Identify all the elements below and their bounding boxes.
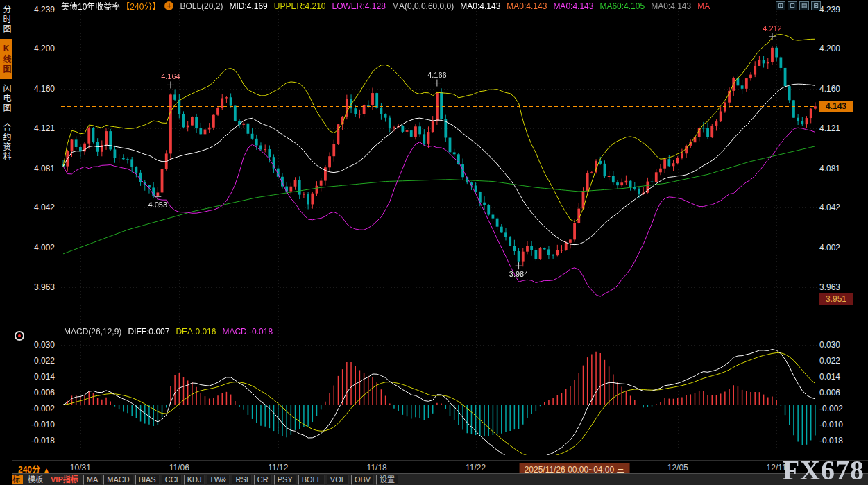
time-tick-label: 11/22 xyxy=(466,463,486,473)
toolbar-button-16[interactable]: 设置 xyxy=(376,475,398,485)
price-tick-label: 4.042 xyxy=(34,203,55,212)
macd-tick-label: 0.030 xyxy=(819,340,840,350)
toolbar-button-8[interactable]: KDJ xyxy=(184,475,205,485)
low-price-tag: 3.951 xyxy=(819,293,853,305)
indicator-value: MA0:4.143 xyxy=(460,1,500,11)
toolbar-button-4[interactable]: MA xyxy=(83,475,102,485)
sidebar-item-3[interactable]: 闪电图 xyxy=(0,79,12,118)
toolbar-button-14[interactable]: VOL xyxy=(327,475,349,485)
price-tick-label: 4.002 xyxy=(34,243,55,253)
current-price-tag: 4.143 xyxy=(819,101,853,112)
time-tick-label: 11/12 xyxy=(268,463,288,473)
macd-tick-label: 0.022 xyxy=(819,356,840,366)
macd-value: DIFF:0.007 xyxy=(128,327,169,337)
time-axis: 240分▲ 10/3111/0611/1211/1811/222025/11/2… xyxy=(0,460,868,473)
indicator-value: BOLL(20,2) xyxy=(180,1,223,11)
sidebar-item-1[interactable]: 分时图 xyxy=(0,0,12,39)
top-bar: 美债10年收益率 【240分】 + BOLL(20,2)MID:4.169UPP… xyxy=(61,1,716,11)
expand-window-icon[interactable]: ⊠ xyxy=(811,1,821,10)
price-tick-label: 4.239 xyxy=(819,5,840,15)
macd-tick-label: 0.014 xyxy=(34,372,55,382)
toolbar-button-6[interactable]: BIAS xyxy=(135,475,160,485)
macd-value: MACD(26,12,9) xyxy=(64,327,121,337)
price-tick-label: 3.963 xyxy=(819,282,840,292)
macd-tick-label: -0.010 xyxy=(31,420,55,429)
sidebar-item-4[interactable]: 合约资料 xyxy=(0,118,12,167)
record-icon[interactable] xyxy=(15,331,24,341)
price-tick-label: 4.200 xyxy=(819,44,840,53)
macd-tick-label: -0.002 xyxy=(819,404,843,414)
indicator-value: MA0:4.143 xyxy=(553,1,593,11)
candlestick-chart[interactable] xyxy=(61,0,817,459)
indicator-value: MID:4.169 xyxy=(229,1,267,11)
time-tick-label: 10/31 xyxy=(70,463,91,473)
time-tick-label: 11/18 xyxy=(367,463,387,473)
price-axis-right: 4.143 3.951 4.2394.2004.1604.1214.0814.0… xyxy=(819,0,868,459)
indicator-readout: BOLL(20,2)MID:4.169UPPER:4.210LOWER:4.12… xyxy=(180,1,716,11)
multi-window-icon[interactable]: ⊞ xyxy=(776,1,785,10)
watermark: FX678 xyxy=(783,457,865,484)
price-tick-label: 4.239 xyxy=(34,5,55,15)
indicator-value: MA0:4.143 xyxy=(507,1,547,11)
price-tick-label: 4.121 xyxy=(819,124,840,133)
toolbar-button-3[interactable]: VIP指标 xyxy=(48,475,81,484)
rows-window-icon[interactable]: ▤ xyxy=(799,1,809,10)
macd-tick-label: -0.002 xyxy=(31,404,55,414)
indicator-value: MA60:4.105 xyxy=(599,1,645,11)
price-tick-label: 4.081 xyxy=(34,164,55,173)
macd-tick-label: -0.010 xyxy=(819,420,843,429)
toolbar-button-10[interactable]: RSI xyxy=(232,475,251,485)
toolbar-button-13[interactable]: BOLL xyxy=(298,475,325,485)
toolbar-button-5[interactable]: MACD xyxy=(103,475,133,485)
price-tick-label: 3.963 xyxy=(34,282,55,292)
macd-tick-label: 0.006 xyxy=(819,388,840,398)
time-tick-label: 12/05 xyxy=(667,463,688,473)
price-tick-label: 4.002 xyxy=(819,243,840,253)
chart-window: 分时图K线图闪电图合约资料 美债10年收益率 【240分】 + BOLL(20,… xyxy=(0,0,868,485)
price-tick-label: 4.081 xyxy=(819,164,840,173)
indicator-value: MA xyxy=(697,1,710,11)
macd-tick-label: 0.014 xyxy=(819,372,840,382)
price-tick-label: 4.121 xyxy=(34,124,55,133)
left-sidebar: 分时图K线图闪电图合约资料 xyxy=(0,0,12,485)
toolbar-button-9[interactable]: LW& xyxy=(207,475,230,485)
price-tick-label: 4.160 xyxy=(34,84,55,94)
price-tick-label: 4.200 xyxy=(34,44,55,53)
macd-tick-label: 0.022 xyxy=(34,356,55,366)
indicator-value: UPPER:4.210 xyxy=(274,1,326,11)
macd-value: MACD:-0.018 xyxy=(222,327,273,337)
toolbar-button-12[interactable]: PSY xyxy=(274,475,296,485)
indicator-value: MA0:4.143 xyxy=(651,1,691,11)
time-tick-label: 11/06 xyxy=(169,463,189,473)
macd-value: DEA:0.016 xyxy=(176,327,216,337)
price-tick-label: 4.160 xyxy=(819,84,840,94)
toolbar-button-11[interactable]: CR xyxy=(254,475,272,485)
price-tick-label: 4.042 xyxy=(819,203,840,212)
sidebar-item-2[interactable]: K线图 xyxy=(0,39,12,79)
indicator-value: LOWER:4.128 xyxy=(332,1,386,11)
macd-tick-label: -0.018 xyxy=(819,436,843,445)
toolbar-button-2[interactable]: 模板 xyxy=(25,475,46,484)
macd-readout: MACD(26,12,9)DIFF:0.007DEA:0.016MACD:-0.… xyxy=(64,327,279,337)
window-layout-icons: ⊞⊟▤⊠ xyxy=(776,1,821,10)
macd-tick-label: 0.030 xyxy=(34,340,55,350)
toolbar-button-7[interactable]: CCI xyxy=(162,475,182,485)
macd-tick-label: -0.018 xyxy=(31,436,55,445)
single-window-icon[interactable]: ⊟ xyxy=(788,1,797,10)
plus-circle-icon[interactable]: + xyxy=(164,1,173,10)
period-label: 【240分】 xyxy=(121,0,160,12)
indicator-value: MA(0,0,0,60,0,0) xyxy=(392,1,454,11)
macd-tick-label: 0.006 xyxy=(34,388,55,398)
toolbar-button-15[interactable]: OBV xyxy=(351,475,374,485)
bottom-toolbar: 指标模板VIP指标MAMACDBIASCCIKDJLW&RSICRPSYBOLL… xyxy=(0,473,868,485)
instrument-title: 美债10年收益率 xyxy=(61,0,120,12)
